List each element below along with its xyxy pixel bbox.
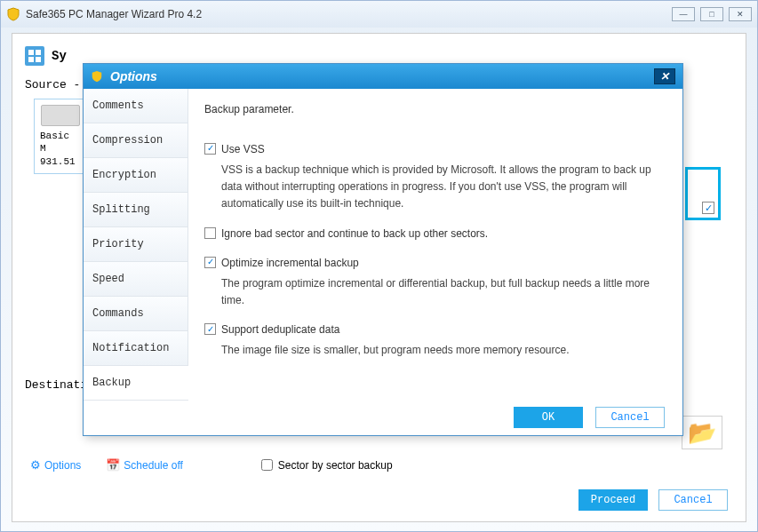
sector-backup-option: Sector by sector backup [261,459,393,472]
application-window: Safe365 PC Manager Wizard Pro 4.2 — □ ✕ … [0,0,758,532]
dialog-shield-icon [91,70,103,83]
close-window-button[interactable]: ✕ [729,7,752,21]
minimize-button[interactable]: — [672,7,695,21]
disk-icon [41,105,80,126]
partition-checkbox[interactable]: ✓ [702,202,714,214]
deduplicate-description: The image file size is smaller, but prog… [221,342,666,359]
optimize-incremental-checkbox[interactable]: ✓ [204,257,216,268]
sidebar-item-encryption[interactable]: Encryption [84,158,188,193]
svg-rect-1 [36,50,41,55]
schedule-link-label: Schedule off [124,459,183,472]
dialog-footer: OK Cancel [84,401,682,435]
sidebar-item-compression[interactable]: Compression [84,123,188,158]
partition-select-box[interactable]: ✓ [685,167,721,220]
use-vss-checkbox[interactable]: ✓ [204,143,216,155]
bottom-options-row: ⚙ Options 📅 Schedule off Sector by secto… [30,458,728,472]
app-shield-icon [6,7,20,21]
sector-backup-label: Sector by sector backup [278,459,393,472]
dialog-content: Backup parameter. ✓ Use VSS VSS is a bac… [188,89,682,401]
svg-rect-3 [36,57,41,62]
disk-card[interactable]: Basic M 931.51 [34,99,87,174]
options-link[interactable]: ⚙ Options [30,458,81,472]
optimize-incremental-description: The program optimize incremental or diff… [221,275,666,309]
gear-icon: ⚙ [30,458,41,472]
options-dialog: Options ✕ Comments Compression Encryptio… [83,63,683,436]
main-button-row: Proceed Cancel [578,489,728,511]
sector-backup-checkbox[interactable] [261,459,273,471]
schedule-link[interactable]: 📅 Schedule off [106,458,183,472]
svg-rect-2 [28,57,34,62]
optimize-incremental-label: Optimize incremental backup [221,255,359,272]
dialog-body: Comments Compression Encryption Splittin… [84,89,682,401]
maximize-button[interactable]: □ [700,7,723,21]
ignore-bad-sector-checkbox[interactable] [204,227,216,239]
deduplicate-checkbox[interactable]: ✓ [204,323,216,335]
disk-name: Basic M [40,130,81,155]
window-controls: — □ ✕ [672,7,752,21]
options-link-label: Options [44,459,81,472]
dialog-close-button[interactable]: ✕ [654,68,675,84]
windows-flag-icon [25,46,44,66]
calendar-icon: 📅 [106,458,120,472]
window-titlebar: Safe365 PC Manager Wizard Pro 4.2 — □ ✕ [1,1,757,28]
dialog-heading: Backup parameter. [204,101,666,118]
sidebar-item-notification[interactable]: Notification [84,331,188,366]
dialog-ok-button[interactable]: OK [514,407,583,428]
deduplicate-label: Support deduplicate data [221,322,339,338]
cancel-button[interactable]: Cancel [658,489,728,511]
dialog-cancel-button[interactable]: Cancel [595,407,665,428]
sidebar-item-priority[interactable]: Priority [84,227,188,262]
disk-size: 931.51 [40,155,81,168]
sidebar-item-comments[interactable]: Comments [84,89,188,123]
tab-system[interactable]: Sy [52,49,67,63]
proceed-button[interactable]: Proceed [578,489,648,511]
sidebar-item-backup[interactable]: Backup [84,366,188,401]
sidebar-item-commands[interactable]: Commands [84,297,188,331]
svg-rect-0 [28,50,34,55]
dialog-titlebar: Options ✕ [84,64,682,89]
browse-destination-button[interactable]: 📂 [682,416,722,449]
window-title: Safe365 PC Manager Wizard Pro 4.2 [26,8,672,20]
sidebar-item-splitting[interactable]: Splitting [84,193,188,227]
dialog-sidebar: Comments Compression Encryption Splittin… [84,89,188,401]
dialog-title: Options [110,69,157,83]
folder-icon: 📂 [688,419,716,447]
use-vss-label: Use VSS [221,141,265,158]
sidebar-item-speed[interactable]: Speed [84,262,188,297]
ignore-bad-sector-label: Ignore bad sector and continue to back u… [221,226,488,242]
use-vss-description: VSS is a backup technique which is provi… [221,162,666,213]
